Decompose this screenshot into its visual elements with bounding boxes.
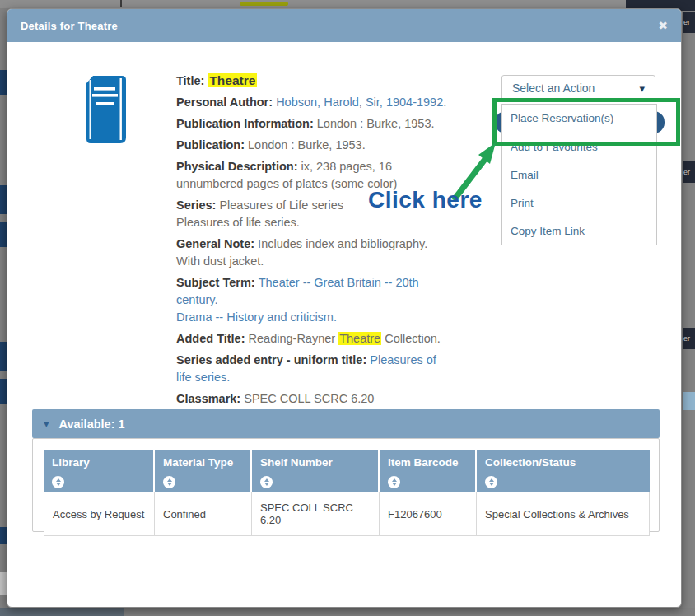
- detail-row: Publication Information: London : Burke,…: [176, 115, 448, 133]
- detail-text: General Note:: [176, 237, 258, 250]
- column-header-collection-status[interactable]: Collection/Status: [477, 450, 650, 492]
- table-header-row: LibraryMaterial TypeShelf NumberItem Bar…: [44, 450, 650, 492]
- close-icon[interactable]: ✖: [658, 20, 668, 31]
- menu-item-add-to-favourites[interactable]: Add to Favourites: [502, 133, 656, 161]
- menu-item-copy-item-link[interactable]: Copy Item Link: [502, 217, 656, 245]
- background-fragment: [0, 70, 7, 95]
- detail-text: Series added entry - uniform title:: [176, 353, 370, 366]
- detail-row: Personal Author: Hobson, Harold, Sir, 19…: [176, 94, 448, 111]
- detail-text: Classmark:: [176, 392, 244, 405]
- sort-icon[interactable]: [52, 476, 64, 488]
- background-footer-fragment: [124, 608, 695, 616]
- detail-text: Collection.: [381, 332, 441, 345]
- detail-text: Pleasures of life series.: [176, 216, 300, 229]
- annotation-click-here-label: Click here: [368, 187, 483, 213]
- modal-title: Details for Theatre: [21, 20, 118, 32]
- chevron-down-icon: ▾: [639, 82, 645, 95]
- modal-header: Details for Theatre ✖: [7, 9, 681, 42]
- background-fragment: [0, 379, 7, 404]
- detail-text: Title:: [176, 74, 208, 87]
- available-section-toggle[interactable]: ▾ Available: 1: [32, 409, 660, 438]
- menu-item-place-reservation-s[interactable]: Place Reservation(s): [502, 105, 656, 133]
- column-label: Library: [52, 456, 145, 469]
- detail-text: Publication:: [176, 138, 248, 152]
- detail-text: Publication Information:: [176, 117, 317, 130]
- background-highlight-fragment: [240, 2, 288, 6]
- details-fields: Title: TheatrePersonal Author: Hobson, H…: [176, 72, 448, 412]
- background-fragment: [0, 527, 7, 544]
- available-count-label: Available: 1: [59, 418, 125, 431]
- background-fragment: [0, 185, 7, 214]
- column-label: Collection/Status: [485, 456, 641, 469]
- background-button-fragment: er: [683, 328, 695, 349]
- background-fragment: [0, 342, 7, 371]
- table-cell: F12067600: [380, 492, 477, 536]
- detail-row: Publication: London : Burke, 1953.: [176, 137, 448, 154]
- detail-text: London : Burke, 1953.: [248, 138, 366, 152]
- detail-text: Reading-Rayner: [249, 332, 339, 345]
- background-button-fragment: er: [683, 161, 695, 183]
- detail-row: Series added entry - uniform title: Plea…: [176, 352, 448, 386]
- detail-link[interactable]: Drama -- History and criticism.: [176, 310, 337, 324]
- table-cell: Access by Request: [44, 492, 155, 536]
- action-menu: Place Reservation(s)Add to FavouritesEma…: [501, 104, 657, 245]
- column-label: Item Barcode: [388, 456, 467, 469]
- menu-item-print[interactable]: Print: [502, 189, 656, 217]
- background-footer-fragment: [0, 608, 124, 616]
- holdings-table: LibraryMaterial TypeShelf NumberItem Bar…: [44, 450, 650, 536]
- detail-text: Includes index and bibliography.: [258, 237, 427, 250]
- background-fragment: [0, 572, 7, 595]
- background-fragment: [683, 392, 695, 410]
- detail-row: Pleasures of life series.: [176, 214, 448, 231]
- detail-row: Subject Term: Theater -- Great Britain -…: [176, 274, 448, 309]
- sort-icon[interactable]: [485, 476, 497, 488]
- detail-text: With dust jacket.: [176, 254, 264, 268]
- sort-icon[interactable]: [388, 476, 400, 488]
- table-row: Access by RequestConfinedSPEC COLL SCRC …: [44, 492, 650, 536]
- detail-row: Classmark: SPEC COLL SCRC 6.20: [176, 390, 448, 408]
- detail-text: Series:: [176, 198, 219, 212]
- detail-text: Subject Term:: [176, 276, 259, 289]
- caret-down-icon: ▾: [44, 418, 49, 430]
- background-button-fragment: er: [683, 12, 695, 33]
- detail-row: General Note: Includes index and bibliog…: [176, 236, 448, 253]
- background-cursor-mark: [120, 0, 122, 7]
- table-cell: Confined: [155, 492, 252, 536]
- available-panel: LibraryMaterial TypeShelf NumberItem Bar…: [32, 438, 660, 532]
- book-cover-icon: [80, 71, 131, 147]
- details-modal: Details for Theatre ✖ Title: TheatrePers…: [7, 8, 682, 608]
- detail-text: London : Burke, 1953.: [317, 117, 435, 130]
- column-header-material-type[interactable]: Material Type: [155, 450, 252, 492]
- select-action-dropdown[interactable]: Select an Action ▾: [501, 75, 655, 101]
- table-cell: Special Collections & Archives: [477, 492, 650, 536]
- detail-text: Pleasures of Life series: [219, 198, 343, 212]
- detail-row: Drama -- History and criticism.: [176, 309, 448, 326]
- column-header-item-barcode[interactable]: Item Barcode: [380, 450, 477, 492]
- detail-link[interactable]: Hobson, Harold, Sir, 1904-1992.: [276, 96, 446, 109]
- column-header-library[interactable]: Library: [44, 450, 155, 492]
- sort-icon[interactable]: [163, 476, 175, 488]
- table-cell: SPEC COLL SCRC 6.20: [252, 492, 380, 536]
- sort-icon[interactable]: [260, 476, 273, 488]
- detail-row: Added Title: Reading-Rayner Theatre Coll…: [176, 330, 448, 348]
- detail-text: Physical Description:: [176, 160, 301, 173]
- detail-text: Theatre: [208, 73, 257, 87]
- column-label: Material Type: [163, 456, 242, 469]
- menu-item-email[interactable]: Email: [502, 161, 656, 189]
- detail-text: Theatre: [338, 332, 381, 345]
- detail-row: With dust jacket.: [176, 253, 448, 270]
- detail-text: SPEC COLL SCRC 6.20: [244, 392, 374, 405]
- background-fragment: [0, 222, 7, 247]
- detail-text: Added Title:: [176, 332, 249, 345]
- detail-row: Title: Theatre: [176, 72, 448, 90]
- select-action-label: Select an Action: [512, 82, 595, 95]
- table-body: Access by RequestConfinedSPEC COLL SCRC …: [44, 492, 650, 536]
- column-header-shelf-number[interactable]: Shelf Number: [252, 450, 380, 492]
- detail-text: Personal Author:: [176, 96, 276, 109]
- column-label: Shelf Number: [260, 456, 370, 469]
- background-page-strip: [0, 0, 695, 8]
